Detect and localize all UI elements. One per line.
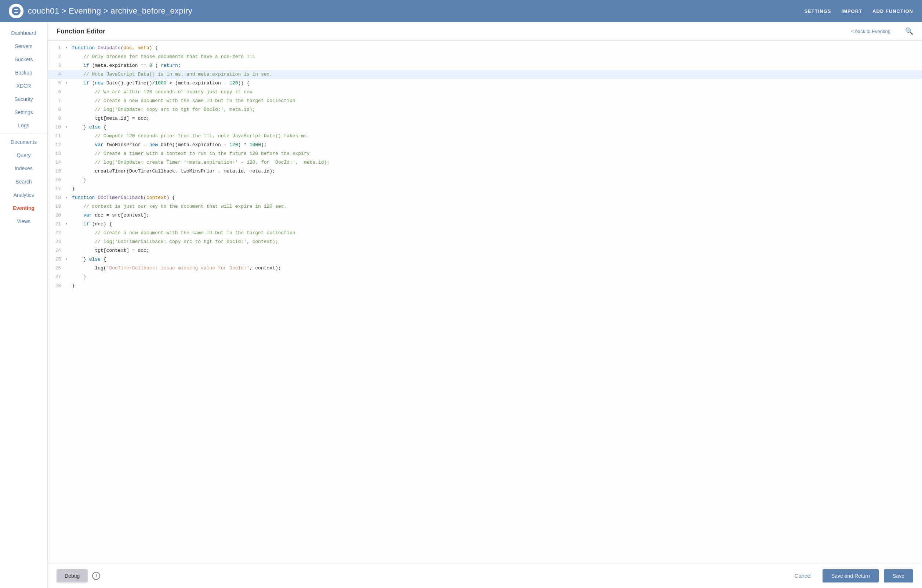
editor-header: Function Editor < back to Eventing 🔍 — [48, 22, 922, 41]
main-layout: Dashboard Servers Buckets Backup XDCR Se… — [0, 22, 922, 588]
code-line-26: 26 log('DocTimerCallback: issue missing … — [48, 264, 922, 273]
sidebar-item-search[interactable]: Search — [0, 175, 47, 188]
sidebar-divider — [0, 134, 47, 134]
code-line-12: 12 var twoMinsPrior = new Date((meta.exp… — [48, 140, 922, 149]
header-left: couch01 > Eventing > archive_before_expi… — [9, 4, 192, 18]
header-right: SETTINGS IMPORT ADD FUNCTION — [804, 8, 913, 14]
sidebar-item-servers[interactable]: Servers — [0, 40, 47, 53]
search-icon[interactable]: 🔍 — [905, 27, 913, 35]
code-line-18: 18 ▾ function DocTimerCallback(context) … — [48, 193, 922, 202]
sidebar-item-settings[interactable]: Settings — [0, 106, 47, 119]
footer-left: Debug i — [57, 569, 100, 583]
code-line-2: 2 // Only process for those documents th… — [48, 52, 922, 61]
sidebar-item-xdcr[interactable]: XDCR — [0, 79, 47, 93]
back-to-eventing-link[interactable]: < back to Eventing — [851, 29, 891, 34]
svg-point-0 — [12, 7, 21, 15]
sidebar-item-analytics[interactable]: Analytics — [0, 188, 47, 201]
sidebar-item-query[interactable]: Query — [0, 149, 47, 162]
code-line-15: 15 createTimer(DocTimerCallback, twoMins… — [48, 167, 922, 176]
code-editor[interactable]: 1 ▾ function OnUpdate(doc, meta) { 2 // … — [48, 41, 922, 563]
code-line-6: 6 // We are within 120 seconds of expiry… — [48, 88, 922, 96]
sidebar-item-logs[interactable]: Logs — [0, 119, 47, 132]
top-header: couch01 > Eventing > archive_before_expi… — [0, 0, 922, 22]
save-button[interactable]: Save — [884, 569, 913, 583]
editor-header-right: < back to Eventing 🔍 — [851, 27, 913, 35]
cancel-button[interactable]: Cancel — [788, 570, 817, 582]
sidebar-item-indexes[interactable]: Indexes — [0, 162, 47, 175]
code-line-16: 16 } — [48, 176, 922, 185]
sidebar-item-buckets[interactable]: Buckets — [0, 53, 47, 66]
code-line-23: 23 // log('DocTimerCallback: copy src to… — [48, 237, 922, 246]
code-line-20: 20 var doc = src[context]; — [48, 211, 922, 220]
code-line-21: 21 ▾ if (doc) { — [48, 220, 922, 229]
code-line-1: 1 ▾ function OnUpdate(doc, meta) { — [48, 44, 922, 52]
sidebar-item-documents[interactable]: Documents — [0, 136, 47, 149]
import-link[interactable]: IMPORT — [842, 8, 863, 14]
code-line-7: 7 // create a new document with the same… — [48, 96, 922, 105]
editor-title: Function Editor — [57, 28, 105, 35]
footer-right: Cancel Save and Return Save — [788, 569, 913, 583]
sidebar-item-views[interactable]: Views — [0, 215, 47, 228]
editor-footer: Debug i Cancel Save and Return Save — [48, 563, 922, 588]
code-line-17: 17 } — [48, 185, 922, 193]
code-line-11: 11 // Compute 120 seconds prior from the… — [48, 132, 922, 140]
debug-button[interactable]: Debug — [57, 569, 88, 583]
code-line-13: 13 // Create a timer with a context to r… — [48, 149, 922, 158]
add-function-link[interactable]: ADD FUNCTION — [873, 8, 913, 14]
code-line-10: 10 ▾ } else { — [48, 123, 922, 132]
breadcrumb: couch01 > Eventing > archive_before_expi… — [28, 6, 192, 16]
sidebar-item-backup[interactable]: Backup — [0, 66, 47, 79]
code-line-8: 8 // log('OnUpdate: copy src to tgt for … — [48, 105, 922, 114]
code-line-24: 24 tgt[context] = doc; — [48, 246, 922, 255]
code-line-5: 5 ▾ if (new Date().getTime()/1000 > (met… — [48, 79, 922, 88]
sidebar-item-dashboard[interactable]: Dashboard — [0, 26, 47, 40]
code-line-19: 19 // context is just our key to the doc… — [48, 202, 922, 211]
code-line-3: 3 if (meta.expiration == 0 ) return; — [48, 61, 922, 70]
settings-link[interactable]: SETTINGS — [804, 8, 831, 14]
code-line-28: 28 } — [48, 281, 922, 290]
code-line-9: 9 tgt[meta.id] = doc; — [48, 114, 922, 123]
logo — [9, 4, 23, 18]
code-line-22: 22 // create a new document with the sam… — [48, 229, 922, 237]
code-line-25: 25 ▾ } else { — [48, 255, 922, 264]
sidebar: Dashboard Servers Buckets Backup XDCR Se… — [0, 22, 48, 588]
code-line-14: 14 // log('OnUpdate: create Timer '+meta… — [48, 158, 922, 167]
content-area: Function Editor < back to Eventing 🔍 1 ▾… — [48, 22, 922, 588]
sidebar-item-eventing[interactable]: Eventing — [0, 201, 47, 215]
sidebar-item-security[interactable]: Security — [0, 93, 47, 106]
info-icon[interactable]: i — [92, 572, 100, 580]
code-line-27: 27 } — [48, 273, 922, 281]
save-and-return-button[interactable]: Save and Return — [822, 569, 879, 583]
code-line-4: 4 // Note JavaScript Data() is in ms. an… — [48, 70, 922, 79]
